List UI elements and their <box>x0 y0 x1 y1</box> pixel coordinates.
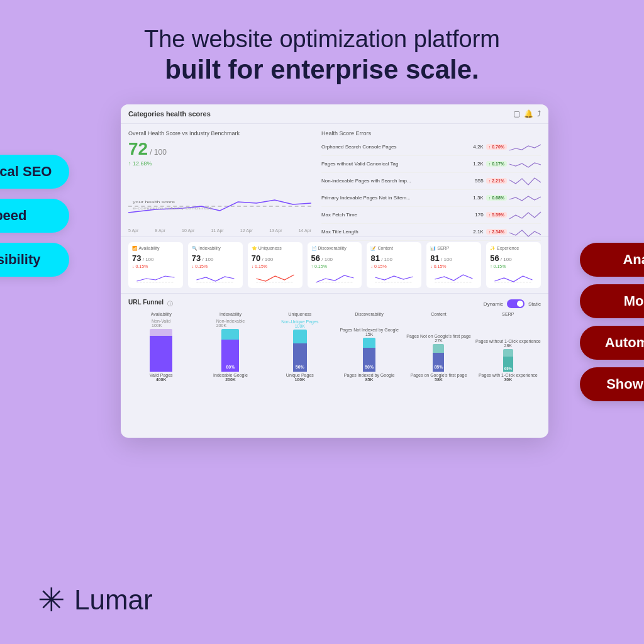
not-indexed-bar <box>363 338 375 348</box>
minimize-icon[interactable]: ▢ <box>513 109 520 118</box>
health-errors-section: Health Score Errors Orphaned Search Cons… <box>321 130 541 230</box>
health-score-title: Overall Health Score vs Industry Benchma… <box>128 130 311 136</box>
header-icons: ▢ 🔔 ⤴ <box>513 109 541 118</box>
category-indexability: 🔍 Indexability 73 / 100 ↓ 0.15% <box>188 242 243 288</box>
not-first-label: Pages Not on Google's first page 27K <box>406 334 471 343</box>
valid-bar <box>150 336 172 372</box>
errors-title: Health Score Errors <box>321 130 541 136</box>
error-item-5: Max Fetch Time 170 ↑ 5.59% <box>321 207 541 224</box>
headline-line1: The website optimization platform <box>144 25 500 54</box>
pill-accessibility[interactable]: Accessibility <box>0 243 69 277</box>
share-icon[interactable]: ⤴ <box>537 109 541 118</box>
funnel-header-availability: Availability <box>128 312 194 316</box>
error-name-3: Non-indexable Pages with Search Imp... <box>321 178 465 184</box>
static-label: Static <box>528 301 541 307</box>
score-out-of: / 100 <box>150 148 167 157</box>
error-badge-4: ↑ 0.68% <box>486 195 507 201</box>
svg-text:your health score: your health score <box>133 199 175 204</box>
health-chart: your health score e-commerce industry be… <box>128 172 311 235</box>
right-pills: Analyze Monitor Automate QA Show Impact <box>580 243 644 401</box>
chart-date-5: 12 Apr <box>240 228 253 233</box>
click-bar: 68% <box>503 357 513 372</box>
dashboard-top: Overall Health Score vs Industry Benchma… <box>121 124 548 237</box>
indexed-label: Pages Indexed by Google85K <box>344 373 395 382</box>
pill-show-impact[interactable]: Show Impact <box>580 367 644 401</box>
funnel-section: URL Funnel ⓘ Dynamic Static Availability… <box>121 294 548 426</box>
error-item-2: Pages without Valid Canonical Tag 1.2K ↑… <box>321 156 541 173</box>
funnel-toggle: Dynamic Static <box>484 299 541 308</box>
funnel-col-availability: Non-Valid100K Valid Pages400K <box>128 319 194 382</box>
funnel-bars: Non-Valid100K Valid Pages400K Non-Indexa… <box>128 319 541 382</box>
health-score-section: Overall Health Score vs Industry Benchma… <box>128 130 311 230</box>
first-bar: 85% <box>433 353 444 372</box>
error-count-2: 1.2K <box>465 161 484 167</box>
category-experience: ✨ Experience 56 / 100 ↑ 0.15% <box>486 242 541 288</box>
funnel-info-icon: ⓘ <box>167 300 173 308</box>
error-badge-1: ↑ 0.70% <box>486 144 507 150</box>
category-discoverability: 📄 Discoverability 56 / 100 ↑ 0.15% <box>308 242 362 288</box>
funnel-header-discoverability: Discoverability <box>336 312 402 316</box>
non-unique-label: Non-Unique Pages100K <box>281 319 318 328</box>
pill-analyze[interactable]: Analyze <box>580 243 644 277</box>
error-count-4: 1.3K <box>465 195 484 201</box>
error-name-6: Max Title Length <box>321 229 465 235</box>
content-pct: 85% <box>434 365 443 369</box>
funnel-title: URL Funnel <box>128 299 164 306</box>
error-item-1: Orphaned Search Console Pages 4.2K ↑ 0.7… <box>321 139 541 156</box>
funnel-col-indexability: Non-Indexable200K 80% Indexable Google20… <box>197 319 263 382</box>
chart-date-3: 10 Apr <box>182 228 194 233</box>
category-serp: 📊 SERP 81 / 100 ↓ 0.15% <box>426 242 481 288</box>
funnel-col-serp: Pages without 1-Click experience 28K 68%… <box>475 319 541 382</box>
error-count-5: 170 <box>465 212 484 218</box>
toggle-switch[interactable] <box>507 299 525 308</box>
error-list: Orphaned Search Console Pages 4.2K ↑ 0.7… <box>321 139 541 241</box>
dashboard-wrapper: Technical SEO Site Speed Accessibility C… <box>121 104 574 438</box>
category-availability: 📶 Availability 73 / 100 ↓ 0.15% <box>128 242 183 288</box>
uniqueness-pct: 50% <box>296 365 304 369</box>
chart-date-4: 11 Apr <box>211 228 223 233</box>
non-valid-bar <box>150 329 172 336</box>
valid-pages-label: Valid Pages400K <box>150 373 173 382</box>
funnel-col-uniqueness: Non-Unique Pages100K 50% Unique Pages100… <box>267 319 333 382</box>
error-count-3: 555 <box>465 178 484 184</box>
error-badge-6: ↑ 2.34% <box>486 229 507 235</box>
not-indexed-label: Pages Not Indexed by Google 15K <box>336 328 402 336</box>
pill-technical-seo[interactable]: Technical SEO <box>0 155 69 189</box>
chart-date-6: 13 Apr <box>269 228 282 233</box>
left-pills: Technical SEO Site Speed Accessibility <box>0 155 69 277</box>
indexability-pct: 80% <box>226 365 235 369</box>
score-number: 72 <box>128 139 148 159</box>
unique-bar: 50% <box>293 343 307 372</box>
indexable-bar: 80% <box>221 340 239 372</box>
dynamic-label: Dynamic <box>484 301 503 307</box>
error-count-6: 2.1K <box>465 229 484 235</box>
chart-date-1: 5 Apr <box>128 228 138 233</box>
non-indexable-bar <box>221 329 239 340</box>
pill-monitor[interactable]: Monitor <box>580 284 644 318</box>
error-name-5: Max Fetch Time <box>321 212 465 218</box>
dashboard-title: Categories health scores <box>128 110 211 118</box>
bell-icon[interactable]: 🔔 <box>524 109 533 118</box>
no-click-label: Pages without 1-Click experience 28K <box>475 339 541 348</box>
funnel-header-uniqueness: Uniqueness <box>267 312 333 316</box>
error-item-6: Max Title Length 2.1K ↑ 2.34% <box>321 224 541 241</box>
funnel-header-serp: SERP <box>475 312 541 316</box>
non-unique-bar <box>293 330 307 343</box>
error-name-2: Pages without Valid Canonical Tag <box>321 161 465 167</box>
pill-automate-qa[interactable]: Automate QA <box>580 326 644 360</box>
funnel-col-discoverability: Pages Not Indexed by Google 15K 50% Page… <box>336 319 402 382</box>
error-badge-5: ↑ 5.59% <box>486 212 507 218</box>
chart-date-2: 8 Apr <box>155 228 165 233</box>
funnel-col-content: Pages Not on Google's first page 27K 85%… <box>406 319 471 382</box>
indexed-bar: 50% <box>363 348 375 372</box>
error-item-4: Primary Indexable Pages Not in Sitem... … <box>321 190 541 207</box>
pill-site-speed[interactable]: Site Speed <box>0 199 69 233</box>
no-click-bar <box>503 349 513 357</box>
category-content: 📝 Content 81 / 100 ↓ 0.15% <box>367 242 421 288</box>
svg-text:e-commerce industry benchmark: e-commerce industry benchmark <box>133 206 213 210</box>
unique-label: Unique Pages100K <box>286 373 314 382</box>
funnel-col-headers: Availability Indexability Uniqueness Dis… <box>128 312 541 316</box>
logo-section: ✳ Lumar <box>38 581 153 619</box>
error-count-1: 4.2K <box>465 144 484 150</box>
indexable-label: Indexable Google200K <box>213 373 248 382</box>
